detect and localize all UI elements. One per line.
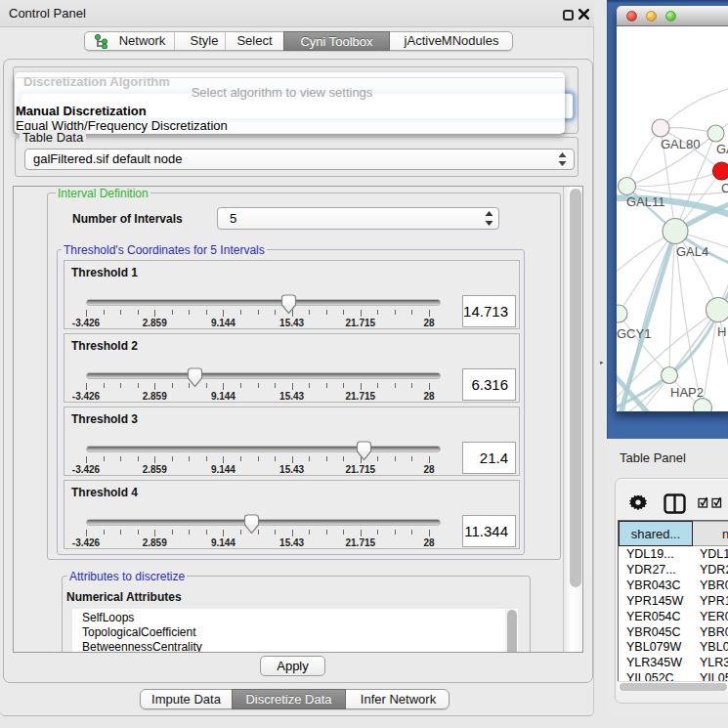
- svg-text:C: C: [721, 181, 728, 195]
- svg-text:GAL80: GAL80: [661, 137, 700, 151]
- svg-text:GA: GA: [716, 142, 728, 156]
- svg-text:H: H: [717, 324, 726, 339]
- svg-text:HAP2: HAP2: [670, 385, 704, 400]
- svg-text:GCY1: GCY1: [617, 326, 651, 341]
- svg-text:GAL11: GAL11: [626, 194, 665, 209]
- svg-text:GAL4: GAL4: [676, 244, 708, 259]
